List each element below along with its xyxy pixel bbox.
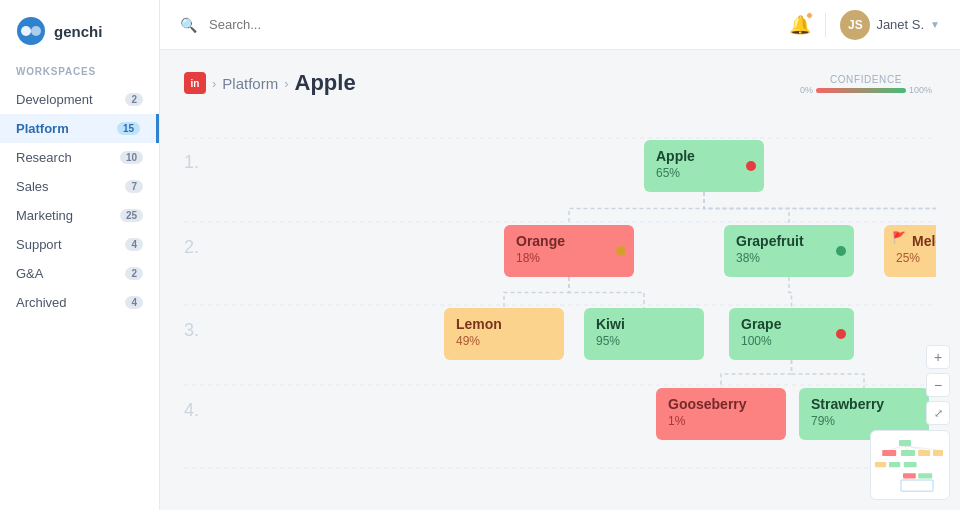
chevron-down-icon: ▼	[930, 19, 940, 30]
sidebar-badge: 10	[120, 151, 143, 164]
node-gooseberry[interactable]: Gooseberry1%	[656, 388, 786, 440]
svg-rect-23	[901, 480, 933, 491]
bc-platform-link[interactable]: Platform	[222, 75, 278, 92]
confidence-bar-wrap: CONFIDENCE 0% 100%	[800, 74, 932, 95]
zoom-out-button[interactable]: −	[926, 373, 950, 397]
sidebar-item-label: Sales	[16, 179, 49, 194]
sidebar-item-label: Research	[16, 150, 72, 165]
bc-separator-2: ›	[284, 76, 288, 91]
conf-min: 0%	[800, 85, 813, 95]
confidence-label: CONFIDENCE	[830, 74, 902, 85]
node-grapefruit[interactable]: Grapefruit38%	[724, 225, 854, 277]
fit-button[interactable]: ⤢	[926, 401, 950, 425]
sidebar-badge: 4	[125, 296, 143, 309]
sidebar: genchi WORKSPACES Development2Platform15…	[0, 0, 160, 510]
zoom-in-button[interactable]: +	[926, 345, 950, 369]
sidebar-item-development[interactable]: Development2	[0, 85, 159, 114]
workspaces-label: WORKSPACES	[0, 66, 159, 85]
sidebar-item-platform[interactable]: Platform15	[0, 114, 159, 143]
svg-rect-11	[901, 450, 915, 456]
sidebar-item-label: Support	[16, 237, 62, 252]
node-orange[interactable]: Orange18%	[504, 225, 634, 277]
node-grape[interactable]: Grape100%	[729, 308, 854, 360]
topbar-divider	[825, 13, 826, 37]
svg-rect-9	[899, 440, 911, 446]
tree-canvas: ☲ 1.2.3.4.5.Apple65%Orange18%Grapefruit3…	[184, 110, 936, 470]
confidence-bar-row: 0% 100%	[800, 85, 932, 95]
svg-point-1	[21, 26, 31, 36]
sidebar-badge: 2	[125, 93, 143, 106]
minimap-svg	[871, 431, 950, 500]
svg-rect-12	[918, 450, 930, 456]
sidebar-item-label: Archived	[16, 295, 67, 310]
sidebar-item-research[interactable]: Research10	[0, 143, 159, 172]
node-dot-grapefruit	[836, 246, 846, 256]
node-dot-apple	[746, 161, 756, 171]
svg-rect-14	[875, 462, 886, 467]
sidebar-badge: 2	[125, 267, 143, 280]
user-area[interactable]: JS Janet S. ▼	[840, 10, 940, 40]
node-melon[interactable]: 🚩Melon25%	[884, 225, 936, 277]
notification-icon[interactable]: 🔔	[789, 14, 811, 36]
level-label-3: 3.	[184, 320, 199, 341]
confidence-indicator: CONFIDENCE 0% 100%	[800, 74, 932, 95]
sidebar-item-support[interactable]: Support4	[0, 230, 159, 259]
bc-separator-1: ›	[212, 76, 216, 91]
node-dot-grape	[836, 329, 846, 339]
search-icon: 🔍	[180, 17, 197, 33]
sidebar-badge: 15	[117, 122, 140, 135]
svg-rect-10	[882, 450, 896, 456]
bc-current: Apple	[295, 70, 356, 96]
main-area: 🔍 🔔 JS Janet S. ▼ in › Platform › App	[160, 0, 960, 510]
logo-icon	[16, 16, 46, 46]
sidebar-item-sales[interactable]: Sales7	[0, 172, 159, 201]
svg-rect-13	[933, 450, 943, 456]
logo-text: genchi	[54, 23, 102, 40]
zoom-controls: + − ⤢	[926, 345, 950, 425]
sidebar-item-archived[interactable]: Archived4	[0, 288, 159, 317]
confidence-bar	[816, 88, 906, 93]
topbar: 🔍 🔔 JS Janet S. ▼	[160, 0, 960, 50]
sidebar-badge: 25	[120, 209, 143, 222]
sidebar-badge: 4	[125, 238, 143, 251]
node-lemon[interactable]: Lemon49%	[444, 308, 564, 360]
sidebar-item-label: Marketing	[16, 208, 73, 223]
conf-max: 100%	[909, 85, 932, 95]
app-icon: in	[184, 72, 206, 94]
svg-rect-17	[903, 473, 916, 478]
notif-dot	[806, 12, 813, 19]
svg-rect-16	[904, 462, 917, 467]
avatar: JS	[840, 10, 870, 40]
node-kiwi[interactable]: Kiwi95%	[584, 308, 704, 360]
level-label-4: 4.	[184, 400, 199, 421]
logo-area: genchi	[0, 0, 159, 66]
svg-rect-18	[918, 473, 932, 478]
svg-rect-15	[889, 462, 900, 467]
svg-point-2	[31, 26, 41, 36]
minimap	[870, 430, 950, 500]
sidebar-item-marketing[interactable]: Marketing25	[0, 201, 159, 230]
sidebar-item-label: G&A	[16, 266, 43, 281]
topbar-right: 🔔 JS Janet S. ▼	[789, 10, 940, 40]
sidebar-badge: 7	[125, 180, 143, 193]
sidebar-item-gna[interactable]: G&A2	[0, 259, 159, 288]
level-label-1: 1.	[184, 152, 199, 173]
svg-line-19	[889, 446, 905, 450]
content-area: in › Platform › Apple CONFIDENCE 0% 100%	[160, 50, 960, 510]
node-apple[interactable]: Apple65%	[644, 140, 764, 192]
node-dot-orange	[616, 246, 626, 256]
user-name: Janet S.	[876, 17, 924, 32]
level-label-2: 2.	[184, 237, 199, 258]
sidebar-item-label: Development	[16, 92, 93, 107]
search-input[interactable]	[209, 17, 777, 32]
sidebar-item-label: Platform	[16, 121, 69, 136]
sidebar-items: Development2Platform15Research10Sales7Ma…	[0, 85, 159, 317]
